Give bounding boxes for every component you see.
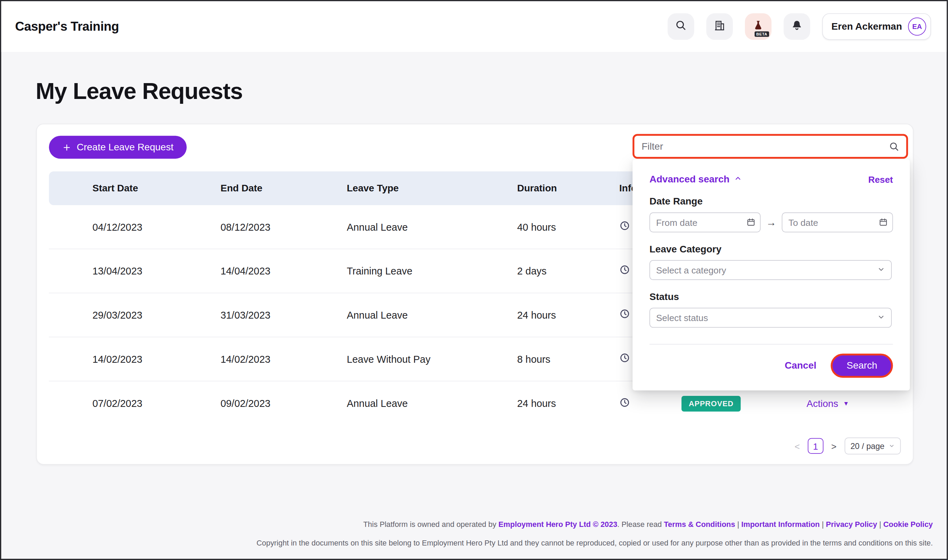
footer-text: This Platform is owned and operated by — [363, 520, 499, 529]
chevron-up-icon — [733, 174, 741, 185]
cell-start-date: 14/02/2023 — [49, 354, 221, 365]
clock-icon — [619, 397, 630, 410]
search-button[interactable]: Search — [831, 354, 893, 378]
filter-input[interactable] — [635, 141, 889, 152]
cell-start-date: 04/12/2023 — [49, 221, 221, 232]
clock-icon — [619, 265, 630, 278]
chevron-down-icon — [889, 442, 895, 450]
column-header-start-date: Start Date — [49, 183, 221, 194]
clock-icon — [619, 352, 630, 366]
important-information-link[interactable]: Important Information — [741, 520, 820, 529]
beta-badge: BETA — [754, 31, 769, 37]
cell-start-date: 29/03/2023 — [49, 309, 221, 321]
info-button[interactable] — [619, 397, 681, 410]
reset-button[interactable]: Reset — [868, 174, 893, 185]
search-icon — [675, 19, 687, 34]
cell-leave-type: Annual Leave — [347, 398, 517, 409]
leave-requests-card: Create Leave Request Advanced search Res… — [36, 124, 914, 465]
beta-features-button[interactable]: BETA — [745, 14, 772, 40]
date-range-label: Date Range — [649, 196, 893, 207]
leave-category-label: Leave Category — [649, 244, 893, 255]
leave-category-value: Select a category — [656, 265, 726, 275]
leave-category-select[interactable]: Select a category — [649, 260, 892, 280]
from-date-field — [649, 212, 761, 232]
status-value: Select status — [656, 313, 708, 323]
page-title: My Leave Requests — [36, 78, 242, 105]
to-date-input[interactable] — [782, 212, 893, 232]
bell-icon — [791, 19, 803, 34]
actions-label: Actions — [806, 398, 838, 409]
building-icon — [713, 19, 726, 34]
cell-duration: 8 hours — [517, 354, 619, 365]
footer: This Platform is owned and operated by E… — [87, 520, 933, 548]
date-range-row: → — [649, 212, 893, 232]
chevron-down-icon — [877, 265, 885, 275]
employment-hero-link[interactable]: Employment Hero Pty Ltd © 2023 — [499, 520, 617, 529]
topbar: Casper's Training BETA — [2, 2, 947, 52]
cell-leave-type: Annual Leave — [347, 221, 517, 232]
cell-status: APPROVED — [681, 395, 806, 411]
footer-copyright: Copyright in the documents on this site … — [87, 538, 933, 548]
separator: | — [877, 520, 883, 529]
caret-down-icon: ▼ — [843, 400, 849, 406]
cell-start-date: 07/02/2023 — [49, 398, 221, 409]
separator: | — [735, 520, 741, 529]
separator: | — [820, 520, 826, 529]
cell-duration: 40 hours — [517, 221, 619, 232]
app-title: Casper's Training — [15, 19, 119, 34]
cell-leave-type: Training Leave — [347, 265, 517, 277]
user-menu[interactable]: Eren Ackerman EA — [822, 14, 931, 40]
search-button[interactable] — [668, 14, 694, 40]
cell-start-date: 13/04/2023 — [49, 265, 221, 277]
avatar: EA — [908, 18, 926, 36]
status-badge: APPROVED — [681, 395, 741, 411]
organisation-button[interactable] — [706, 14, 733, 40]
advanced-search-toggle[interactable]: Advanced search — [649, 174, 741, 185]
footer-text: . Please read — [617, 520, 664, 529]
topbar-actions: BETA Eren Ackerman EA — [668, 14, 931, 40]
search-icon — [889, 141, 900, 152]
cell-duration: 2 days — [517, 265, 619, 277]
user-name: Eren Ackerman — [831, 21, 902, 32]
clock-icon — [619, 308, 630, 322]
page-size-value: 20 / page — [850, 442, 885, 450]
notifications-button[interactable] — [784, 14, 810, 40]
cell-leave-type: Leave Without Pay — [347, 354, 517, 365]
to-date-field — [782, 212, 893, 232]
column-header-leave-type: Leave Type — [347, 183, 517, 194]
cell-end-date: 14/02/2023 — [221, 354, 347, 365]
app-window: Casper's Training BETA — [0, 0, 948, 560]
cell-end-date: 09/02/2023 — [221, 398, 347, 409]
status-select[interactable]: Select status — [649, 308, 892, 328]
cell-end-date: 14/04/2023 — [221, 265, 347, 277]
create-leave-request-label: Create Leave Request — [77, 142, 173, 153]
previous-page-button[interactable]: < — [795, 441, 800, 451]
chevron-down-icon — [877, 312, 885, 323]
next-page-button[interactable]: > — [831, 441, 837, 451]
create-leave-request-button[interactable]: Create Leave Request — [49, 136, 187, 159]
filter-field — [633, 134, 908, 159]
page-size-select[interactable]: 20 / page — [845, 438, 901, 454]
column-header-end-date: End Date — [221, 183, 347, 194]
actions-menu-button[interactable]: Actions ▼ — [806, 398, 902, 409]
status-label: Status — [649, 291, 893, 302]
pagination: < 1 > 20 / page — [795, 438, 901, 454]
advanced-search-label: Advanced search — [649, 174, 729, 185]
cookie-policy-link[interactable]: Cookie Policy — [883, 520, 933, 529]
cell-end-date: 31/03/2023 — [221, 309, 347, 321]
current-page-button[interactable]: 1 — [808, 438, 824, 454]
arrow-right-icon: → — [766, 216, 777, 228]
cancel-button[interactable]: Cancel — [785, 360, 817, 371]
privacy-policy-link[interactable]: Privacy Policy — [826, 520, 877, 529]
terms-conditions-link[interactable]: Terms & Conditions — [664, 520, 735, 529]
clock-icon — [619, 220, 630, 234]
cell-end-date: 08/12/2023 — [221, 221, 347, 232]
footer-line1: This Platform is owned and operated by E… — [87, 520, 933, 530]
cell-duration: 24 hours — [517, 398, 619, 409]
advanced-search-panel: Advanced search Reset Date Range → — [633, 159, 910, 390]
from-date-input[interactable] — [649, 212, 761, 232]
column-header-duration: Duration — [517, 183, 619, 194]
plus-icon — [62, 143, 71, 152]
cell-leave-type: Annual Leave — [347, 309, 517, 321]
cell-duration: 24 hours — [517, 309, 619, 321]
